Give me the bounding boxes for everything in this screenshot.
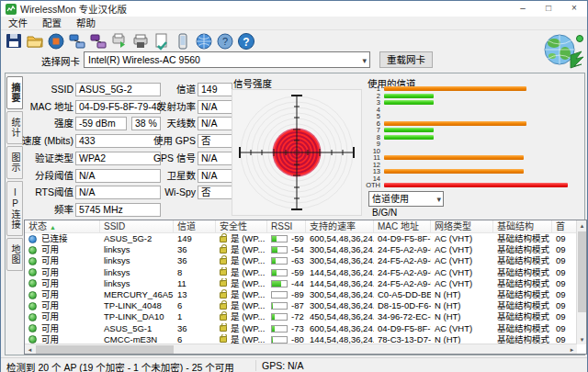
net-config-button[interactable] xyxy=(87,31,108,51)
channel-bar-track xyxy=(384,176,573,181)
available-status-icon xyxy=(28,335,37,344)
table-row[interactable]: 可用MERCURY_46A513是 (WP...-89300,54,48,36,… xyxy=(25,289,586,300)
rssi-bar xyxy=(271,257,288,265)
channel-row: 1 xyxy=(366,85,581,93)
close-button[interactable]: × xyxy=(561,1,587,17)
cell-channel: 13 xyxy=(174,289,216,300)
table-row[interactable]: 可用ASUS_5G-136是 (WP...-73600,54,48,36,24.… xyxy=(25,323,586,334)
channel-row: 9 xyxy=(366,141,581,148)
field-value: 5745 MHz xyxy=(75,203,161,217)
print-button[interactable] xyxy=(130,31,151,51)
column-header-0[interactable]: 状态▲ xyxy=(25,220,100,232)
cell-infrastructure: 基础结构模式 xyxy=(493,300,552,311)
column-header-1[interactable]: SSID xyxy=(100,220,174,232)
column-header-2[interactable]: 信道 xyxy=(174,220,216,232)
cell-channel: 36 xyxy=(174,244,216,255)
scroll-right-icon[interactable]: ▸ xyxy=(567,344,577,355)
table-row[interactable]: 可用linksys36是 (WP...-63300,54,48,36,24...… xyxy=(25,255,586,266)
cell-ssid: MERCURY_46A5 xyxy=(100,289,174,300)
field-label: SSID xyxy=(15,83,74,96)
reload-adapter-button[interactable]: 重载网卡 xyxy=(379,51,433,68)
scroll-down-icon[interactable]: ▾ xyxy=(577,334,587,344)
column-header-8[interactable]: 基础结构 xyxy=(493,220,552,232)
cell-rssi: -59 xyxy=(267,267,306,278)
net-test-button[interactable] xyxy=(66,31,87,51)
cell-rssi: -87 xyxy=(267,300,306,311)
vertical-scrollbar[interactable]: ▴ ▾ xyxy=(576,220,586,344)
field-value: N/A xyxy=(198,169,232,183)
web-button[interactable] xyxy=(193,31,214,51)
scroll-up-icon[interactable]: ▴ xyxy=(577,220,587,231)
record-button[interactable] xyxy=(45,31,66,51)
channel-bar-track xyxy=(384,107,573,112)
column-header-9[interactable]: 首 xyxy=(552,220,577,232)
column-header-4[interactable]: RSSI xyxy=(267,220,306,232)
column-header-6[interactable]: MAC 地址 xyxy=(374,220,431,232)
status-text: 可用 xyxy=(41,278,59,289)
horizontal-scrollbar[interactable]: ◂ ▸ xyxy=(25,344,577,354)
table-row[interactable]: 可用TP-LINK_DA101是 (WP...-72450,54,48,36,2… xyxy=(25,311,586,322)
lock-icon xyxy=(220,314,227,321)
cell-infrastructure: 基础结构模式 xyxy=(493,278,552,289)
cell-rssi: -63 xyxy=(267,255,306,266)
channel-bar xyxy=(384,86,526,91)
security-text: 是 (WP... xyxy=(231,300,265,311)
table-row[interactable]: 可用linksys11是 (WP...-44144,54,48,36,24...… xyxy=(25,278,586,289)
menu-item-2[interactable]: 帮助 xyxy=(69,17,103,29)
online-help-button[interactable]: ? xyxy=(214,31,235,51)
mobile-device-button[interactable] xyxy=(172,31,193,51)
field-label: Wi-Spy xyxy=(125,186,196,199)
cell-mac: 24-F5-A2-A9-95... xyxy=(374,267,431,278)
cell-rates: 600,54,48,36,24... xyxy=(306,233,374,244)
open-button[interactable] xyxy=(24,31,45,51)
channel-row: 13 xyxy=(366,168,581,175)
table-row[interactable]: 可用TP-LINK_40486是 (WP...-87300,54,48,36,2… xyxy=(25,300,586,311)
cell-mac: 24-F5-A2-A9-97... xyxy=(374,278,431,289)
maximize-button[interactable]: □ xyxy=(536,1,561,17)
field-value: N/A xyxy=(198,152,232,165)
minimize-button[interactable]: – xyxy=(510,1,536,17)
available-status-icon xyxy=(28,291,37,299)
cell-status: 已连接 xyxy=(25,233,100,244)
ap-table-header: 状态▲SSID信道安全性RSSI支持的速率MAC 地址网络类型基础结构首 xyxy=(25,220,586,233)
lock-icon xyxy=(220,292,227,299)
cell-ssid: ASUS_5G-2 xyxy=(100,233,174,244)
cell-security: 是 (WP... xyxy=(216,323,267,334)
scroll-left-icon[interactable]: ◂ xyxy=(25,344,35,355)
table-row[interactable]: 已连接ASUS_5G-2149是 (WP...-59600,54,48,36,2… xyxy=(25,233,586,244)
horizontal-scroll-thumb[interactable] xyxy=(36,345,174,354)
lock-icon xyxy=(220,280,227,287)
export-report-button[interactable] xyxy=(108,31,130,51)
cell-infrastructure: 基础结构模式 xyxy=(493,267,552,278)
verify-report-button[interactable] xyxy=(151,31,172,51)
toolbar: ?? xyxy=(3,30,256,52)
sort-asc-icon: ▲ xyxy=(50,224,56,231)
wirelessmon-globe-logo xyxy=(539,31,585,70)
channel-usage-select[interactable]: 信道使用 B/G/N ▾ xyxy=(368,191,444,207)
column-header-3[interactable]: 安全性 xyxy=(216,220,267,232)
help-button[interactable]: ? xyxy=(235,31,256,51)
save-button[interactable] xyxy=(3,31,24,51)
table-row[interactable]: 可用linksys36是 (WP...-54300,54,48,36,24...… xyxy=(25,244,586,255)
rssi-value: -89 xyxy=(291,289,304,300)
cell-net-type: AC (VHT) xyxy=(431,244,493,255)
cell-rates: 300,54,48,36,24... xyxy=(306,289,374,300)
lock-icon xyxy=(220,236,227,242)
cell-first-seen: 09 xyxy=(552,323,577,334)
adapter-select[interactable]: Intel(R) Wireless-AC 9560 ▾ xyxy=(84,51,370,68)
field-label: GPS 信号 xyxy=(125,152,196,165)
tab-map[interactable]: 地图 xyxy=(6,238,23,271)
cell-status: 可用 xyxy=(25,311,100,322)
channel-row: 11 xyxy=(366,154,581,162)
vertical-scroll-thumb[interactable] xyxy=(578,231,586,312)
column-header-5[interactable]: 支持的速率 xyxy=(306,220,374,232)
cell-channel: 36 xyxy=(174,255,216,266)
rssi-value: -72 xyxy=(291,311,304,322)
status-text: 已连接 xyxy=(41,233,68,244)
channel-label: 5 xyxy=(366,113,380,119)
menu-item-1[interactable]: 配置 xyxy=(35,17,69,29)
column-header-7[interactable]: 网络类型 xyxy=(431,220,493,232)
table-row[interactable]: 可用linksys8是 (WP...-59144,54,48,36,24...2… xyxy=(25,267,586,278)
channel-row: 4 xyxy=(366,107,581,114)
menu-item-0[interactable]: 文件 xyxy=(1,17,35,29)
